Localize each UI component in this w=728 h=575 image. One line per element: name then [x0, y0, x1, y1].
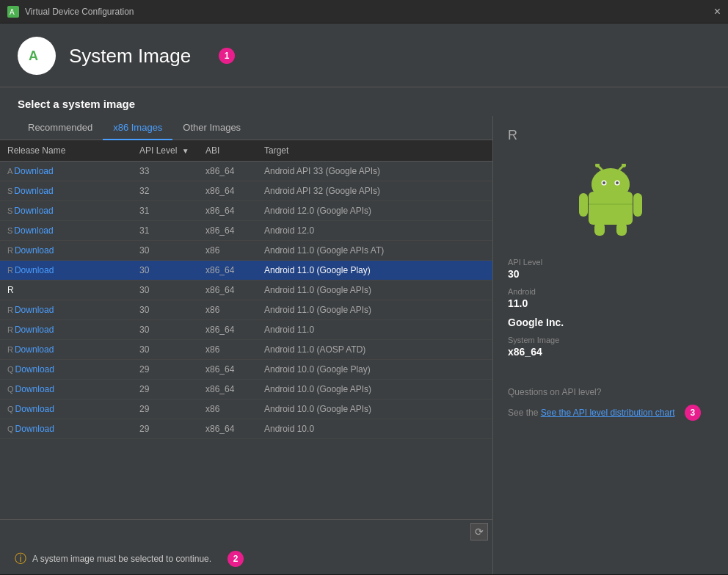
warning-area: ⓘ A system image must be selected to con…: [0, 543, 492, 574]
svg-rect-14: [579, 193, 588, 217]
table-row[interactable]: SDownload31x86_64Android 12.0 (Google AP…: [0, 201, 492, 221]
table-row[interactable]: RDownload30x86Android 11.0 (Google APIs …: [0, 241, 492, 261]
table-row[interactable]: QDownload29x86_64Android 10.0 (Google Pl…: [0, 360, 492, 380]
table-row[interactable]: R30x86_64Android 11.0 (Google APIs): [0, 281, 492, 300]
warning-text: A system image must be selected to conti…: [32, 554, 211, 564]
table-row[interactable]: SDownload31x86_64Android 12.0: [0, 221, 492, 241]
api-level-label: API Level: [508, 258, 713, 267]
api-level-chart-link[interactable]: See the API level distribution chart: [541, 408, 675, 418]
android-version-value: 11.0: [508, 297, 713, 309]
table-row[interactable]: QDownload29x86Android 10.0 (Google APIs): [0, 399, 492, 419]
api-level-value: 30: [508, 268, 713, 280]
android-mascot-svg: [578, 164, 644, 237]
title-bar-left: A Virtual Device Configuration: [7, 6, 134, 18]
close-button[interactable]: ×: [714, 6, 721, 18]
download-link[interactable]: Download: [15, 344, 54, 355]
download-link[interactable]: Download: [14, 206, 53, 216]
tab-recommended[interactable]: Recommended: [18, 116, 103, 140]
page-title: System Image: [69, 45, 191, 68]
system-images-table: Release Name API Level ▼ ABI Target: [0, 140, 492, 519]
header: A System Image 1: [0, 23, 728, 87]
download-link[interactable]: Download: [15, 384, 54, 394]
download-link[interactable]: Download: [15, 325, 54, 335]
android-studio-icon: A: [23, 43, 50, 69]
svg-point-8: [603, 181, 605, 184]
annotation-bubble-2: 2: [228, 551, 244, 567]
download-link[interactable]: Download: [14, 186, 53, 196]
table-row[interactable]: RDownload30x86Android 11.0 (AOSP ATD): [0, 340, 492, 360]
app-icon: A: [7, 6, 19, 18]
table-row[interactable]: RDownload30x86Android 11.0 (Google APIs): [0, 300, 492, 320]
svg-text:A: A: [29, 48, 38, 63]
tabs-container: Recommended x86 Images Other Images: [0, 116, 492, 140]
svg-point-5: [592, 168, 630, 200]
download-link[interactable]: Download: [15, 245, 54, 256]
right-panel: R: [493, 116, 728, 574]
section-title: Select a system image: [0, 87, 728, 116]
svg-text:A: A: [10, 8, 15, 16]
sort-arrow-icon: ▼: [182, 147, 189, 155]
header-release-name[interactable]: Release Name: [0, 140, 132, 162]
table-row[interactable]: RDownload30x86_64Android 11.0 (Google Pl…: [0, 261, 492, 281]
download-link[interactable]: Download: [14, 166, 53, 176]
vendor-value: Google Inc.: [508, 317, 713, 328]
warning-icon: ⓘ: [15, 552, 26, 567]
table-actions: ⟳: [0, 519, 492, 543]
table-row[interactable]: RDownload30x86_64Android 11.0: [0, 320, 492, 340]
table-row[interactable]: SDownload32x86_64Android API 32 (Google …: [0, 181, 492, 201]
annotation-bubble-1: 1: [219, 48, 235, 64]
svg-point-9: [616, 181, 619, 184]
android-robot-image: [508, 164, 713, 237]
refresh-button[interactable]: ⟳: [470, 523, 488, 540]
header-abi[interactable]: ABI: [198, 140, 257, 162]
svg-rect-16: [594, 223, 605, 236]
right-panel-letter: R: [508, 128, 713, 143]
download-link[interactable]: Download: [15, 364, 54, 375]
table-row[interactable]: QDownload29x86_64Android 10.0 (Google AP…: [0, 380, 492, 399]
header-api-level[interactable]: API Level ▼: [132, 140, 198, 162]
header-logo: A: [18, 37, 56, 75]
system-image-value: x86_64: [508, 346, 713, 358]
header-target[interactable]: Target: [257, 140, 492, 162]
tab-otherimages[interactable]: Other Images: [172, 116, 251, 140]
download-link[interactable]: Download: [14, 225, 53, 236]
table-header-row: Release Name API Level ▼ ABI Target: [0, 140, 492, 162]
title-bar: A Virtual Device Configuration ×: [0, 0, 728, 23]
svg-rect-17: [616, 223, 627, 236]
table-row[interactable]: ADownload33x86_64Android API 33 (Google …: [0, 162, 492, 181]
android-version-label: Android: [508, 287, 713, 296]
window-title: Virtual Device Configuration: [25, 7, 134, 17]
download-link[interactable]: Download: [15, 305, 54, 315]
annotation-bubble-3: 3: [685, 405, 701, 421]
system-image-label: System Image: [508, 336, 713, 344]
download-link[interactable]: Download: [15, 265, 54, 275]
info-section: API Level 30 Android 11.0 Google Inc. Sy…: [508, 258, 713, 365]
svg-rect-15: [633, 193, 642, 217]
table-row[interactable]: QDownload29x86_64Android 10.0: [0, 419, 492, 439]
download-link[interactable]: Download: [15, 424, 54, 434]
tab-x86images[interactable]: x86 Images: [103, 116, 172, 140]
questions-text: Questions on API level? See the See the …: [508, 387, 713, 421]
download-link[interactable]: Download: [15, 404, 54, 414]
